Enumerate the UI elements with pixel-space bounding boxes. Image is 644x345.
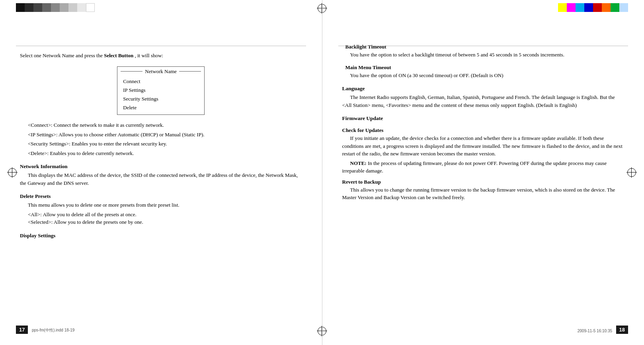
page-rule-right bbox=[338, 46, 628, 46]
page-left: Select one Network Name and press the Se… bbox=[0, 0, 322, 345]
firmware-section: Firmware Update Check for Updates If you… bbox=[342, 115, 624, 202]
footer-left: pps-fm(中性).indd 18-19 bbox=[32, 328, 74, 333]
descriptions-block: <Connect>: Connect the network to make i… bbox=[20, 121, 302, 157]
intro-paragraph: Select one Network Name and press the Se… bbox=[20, 52, 302, 60]
language-section: Language The Internet Radio supports Eng… bbox=[342, 85, 624, 109]
display-settings-heading: Display Settings bbox=[20, 233, 302, 239]
intro-end-text: , it will show: bbox=[135, 52, 163, 58]
intro-text: Select one Network Name and press the bbox=[20, 52, 103, 58]
page-right: Backlight Timeout You have the option to… bbox=[322, 0, 644, 345]
list-item: Delete bbox=[123, 103, 199, 112]
list-item: Security Settings bbox=[123, 95, 199, 103]
language-heading: Language bbox=[342, 85, 624, 92]
check-updates-body: If you initiate an update, the device ch… bbox=[342, 134, 624, 158]
delete-presets-body: This menu allows you to delete one or mo… bbox=[20, 201, 302, 209]
desc-security: <Security Settings>: Enables you to ente… bbox=[20, 140, 302, 148]
network-name-box: Network Name Connect IP Settings Securit… bbox=[117, 66, 205, 115]
page-number-left: 17 bbox=[16, 326, 28, 334]
network-info-heading: Network Information bbox=[20, 163, 302, 170]
backlight-body: You have the option to select a backligh… bbox=[342, 51, 624, 59]
note-paragraph: NOTE: In the process of updating firmwar… bbox=[342, 159, 624, 175]
page-number-right: 18 bbox=[616, 326, 628, 334]
delete-presets-all: <All>: Allow you to delete all of the pr… bbox=[20, 211, 302, 219]
desc-connect: <Connect>: Connect the network to make i… bbox=[20, 121, 302, 129]
revert-body: This allows you to change the running fi… bbox=[342, 186, 624, 202]
document-spread: Select one Network Name and press the Se… bbox=[0, 0, 644, 345]
footer-right: 2009-11-5 16:10:35 bbox=[578, 329, 612, 333]
network-box-items: Connect IP Settings Security Settings De… bbox=[117, 76, 204, 114]
page-rule-left bbox=[16, 46, 306, 46]
check-updates-heading: Check for Updates bbox=[342, 127, 624, 134]
list-item: Connect bbox=[123, 77, 199, 86]
revert-heading: Revert to Backup bbox=[342, 179, 624, 185]
select-button-label: Select Button bbox=[104, 52, 133, 58]
main-menu-heading: Main Menu Timeout bbox=[342, 64, 624, 71]
backlight-heading: Backlight Timeout bbox=[342, 44, 624, 50]
main-menu-body: You have the option of ON (a 30 second t… bbox=[342, 72, 624, 79]
firmware-heading: Firmware Update bbox=[342, 115, 624, 122]
left-page-content: Select one Network Name and press the Se… bbox=[20, 52, 302, 239]
delete-presets-heading: Delete Presets bbox=[20, 193, 302, 200]
network-name-label: Network Name bbox=[142, 68, 179, 75]
delete-presets-selected: <Selected>: Allow you to delete the pres… bbox=[20, 218, 302, 226]
network-box-title: Network Name bbox=[117, 67, 204, 76]
note-label: NOTE: bbox=[350, 160, 367, 166]
network-info-body: This displays the MAC address of the dev… bbox=[20, 171, 302, 187]
note-body: In the process of updating firmware, ple… bbox=[342, 160, 607, 174]
right-page-content: Backlight Timeout You have the option to… bbox=[342, 44, 624, 202]
language-body: The Internet Radio supports English, Ger… bbox=[342, 93, 624, 109]
desc-delete: <Delete>: Enables you to delete currentl… bbox=[20, 149, 302, 157]
desc-ip-settings: <IP Settings>: Allows you to choose eith… bbox=[20, 131, 302, 139]
list-item: IP Settings bbox=[123, 86, 199, 95]
